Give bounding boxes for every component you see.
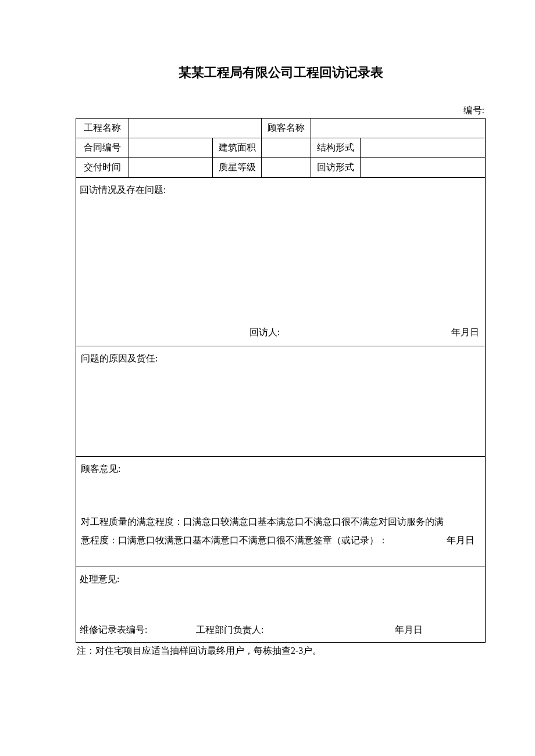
field-contract-no[interactable] [129, 138, 212, 158]
serial-number-label: 编号: [76, 105, 486, 117]
table-row: 交付时间 质星等级 回访形式 [76, 158, 486, 178]
customer-opinion-cell[interactable]: 顾客意见: 对工程质量的满意程度：口满意口较满意口基本满意口不满意口很不满意对回… [76, 457, 486, 567]
label-delivery-time: 交付时间 [76, 158, 129, 178]
customer-opinion-label: 顾客意见: [81, 460, 480, 478]
field-visit-form[interactable] [360, 158, 485, 178]
opinion-date-label: 年月日 [447, 531, 475, 550]
visit-situation-cell[interactable]: 回访情况及存在问题: 回访人: 年月日 [76, 178, 486, 346]
visitor-label: 回访人: [76, 324, 280, 341]
table-row: 回访情况及存在问题: 回访人: 年月日 [76, 178, 486, 346]
handle-opinion-label: 处理意见: [80, 571, 119, 588]
visit-date-label: 年月日 [280, 324, 485, 341]
table-row: 问题的原因及货任: [76, 346, 486, 457]
field-customer-name[interactable] [311, 119, 486, 138]
reason-cell[interactable]: 问题的原因及货任: [76, 346, 486, 457]
label-structure-form: 结构形式 [311, 138, 361, 158]
field-delivery-time[interactable] [129, 158, 212, 178]
field-project-name[interactable] [129, 119, 262, 138]
opinion-line-1: 对工程质量的满意程度：口满意口较满意口基本满意口不满意口很不满意对回访服务的满 [81, 513, 480, 531]
label-building-area: 建筑面积 [212, 138, 262, 158]
table-row: 工程名称 顾客名称 [76, 119, 486, 138]
label-quality-grade: 质星等级 [212, 158, 262, 178]
dept-manager-label: 工程部门负责人: [196, 621, 312, 639]
visit-situation-label: 回访情况及存在问题: [80, 181, 166, 199]
field-building-area[interactable] [262, 138, 311, 158]
opinion-line-2-prefix: 意程度：口满意口牧满意口基本满意口不满意口很不满意签章（或记录）： [81, 535, 388, 545]
reason-label: 问题的原因及货任: [81, 350, 480, 367]
opinion-line-2: 意程度：口满意口牧满意口基本满意口不满意口很不满意签章（或记录）： 年月日 [81, 531, 480, 550]
footnote: 注：对住宅项目应适当抽样回访最终用户，每栋抽查2-3户。 [76, 645, 486, 657]
handle-date-label: 年月日 [312, 621, 482, 639]
table-row: 合同编号 建筑面积 结构形式 [76, 138, 486, 158]
table-row: 处理意见: 维修记录表编号: 工程部门负责人: 年月日 [76, 567, 486, 643]
label-visit-form: 回访形式 [311, 158, 361, 178]
repair-record-no-label: 维修记录表编号: [80, 621, 196, 639]
field-quality-grade[interactable] [262, 158, 311, 178]
handle-opinion-cell[interactable]: 处理意见: 维修记录表编号: 工程部门负责人: 年月日 [76, 567, 486, 643]
document-title: 某某工程局有限公司工程回访记录表 [76, 64, 486, 81]
label-contract-no: 合同编号 [76, 138, 129, 158]
field-structure-form[interactable] [360, 138, 485, 158]
form-table: 工程名称 顾客名称 合同编号 建筑面积 结构形式 交付时间 质星等级 回访形式 … [76, 118, 486, 643]
table-row: 顾客意见: 对工程质量的满意程度：口满意口较满意口基本满意口不满意口很不满意对回… [76, 457, 486, 567]
label-customer-name: 顾客名称 [262, 119, 311, 138]
label-project-name: 工程名称 [76, 119, 129, 138]
